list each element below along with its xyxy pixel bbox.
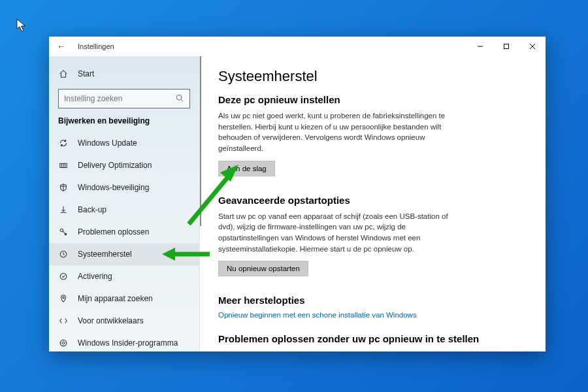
window-title: Instellingen xyxy=(78,42,467,50)
section-3: Problemen oplossen zonder uw pc opnieuw … xyxy=(218,333,527,344)
section-link[interactable]: Opnieuw beginnen met een schone installa… xyxy=(218,311,527,319)
troubleshoot-icon xyxy=(58,227,69,237)
back-button[interactable]: ← xyxy=(57,41,66,52)
sidebar-item-label: Voor ontwikkelaars xyxy=(78,316,144,325)
sidebar-item-troubleshoot[interactable]: Problemen oplossen xyxy=(49,221,199,243)
minimize-button[interactable] xyxy=(467,37,493,56)
svg-line-5 xyxy=(182,99,184,101)
delivery-icon xyxy=(58,160,69,171)
content-pane[interactable]: Systeemherstel Deze pc opnieuw instellen… xyxy=(199,56,546,351)
section-button-1[interactable]: Nu opnieuw opstarten xyxy=(218,261,308,276)
sidebar-item-label: Activering xyxy=(78,272,112,281)
sidebar-item-label: Back-up xyxy=(78,205,106,214)
maximize-button[interactable] xyxy=(493,37,519,56)
dev-icon xyxy=(58,316,69,326)
svg-marker-17 xyxy=(220,165,238,182)
svg-marker-15 xyxy=(162,248,175,261)
sidebar-item-label: Systeemherstel xyxy=(78,250,132,259)
find-icon xyxy=(58,293,69,304)
sync-icon xyxy=(58,138,69,148)
search-icon xyxy=(175,93,184,105)
section-0: Deze pc opnieuw instellenAls uw pc niet … xyxy=(218,94,527,191)
section-2: Meer hersteloptiesOpnieuw beginnen met e… xyxy=(218,295,527,319)
svg-point-11 xyxy=(63,297,65,299)
sidebar-item-label: Windows-beveiliging xyxy=(78,183,149,192)
svg-point-12 xyxy=(60,340,67,346)
page-title: Systeemherstel xyxy=(218,68,527,85)
section-body: Als uw pc niet goed werkt, kunt u prober… xyxy=(218,110,453,154)
shield-icon xyxy=(58,182,69,193)
sidebar-home-label: Start xyxy=(78,69,94,78)
sidebar-item-sync[interactable]: Windows Update xyxy=(49,132,199,154)
sidebar-item-label: Windows Insider-programma xyxy=(78,338,178,348)
svg-point-10 xyxy=(60,273,67,280)
sidebar-item-label: Mijn apparaat zoeken xyxy=(78,294,153,303)
home-icon xyxy=(58,69,69,79)
backup-icon xyxy=(58,204,69,215)
sidebar-item-delivery[interactable]: Delivery Optimization xyxy=(49,154,199,176)
sidebar-item-activation[interactable]: Activering xyxy=(49,265,199,287)
sidebar-heading: Bijwerken en beveiliging xyxy=(49,115,199,132)
section-heading: Meer herstelopties xyxy=(218,295,527,306)
sidebar-item-shield[interactable]: Windows-beveiliging xyxy=(49,176,199,199)
svg-point-4 xyxy=(176,95,182,100)
svg-rect-1 xyxy=(504,44,509,48)
sidebar-item-label: Delivery Optimization xyxy=(78,161,152,170)
sidebar: Start Bijwerken en beveiliging Windows U… xyxy=(49,56,199,351)
section-1: Geavanceerde opstartoptiesStart uw pc op… xyxy=(218,195,527,291)
sidebar-item-label: Windows Update xyxy=(78,139,137,148)
titlebar: ← Instellingen xyxy=(49,37,546,56)
sidebar-item-find[interactable]: Mijn apparaat zoeken xyxy=(49,287,199,310)
section-heading: Geavanceerde opstartopties xyxy=(218,195,527,206)
sidebar-home[interactable]: Start xyxy=(49,63,199,85)
svg-point-13 xyxy=(62,342,65,344)
annotation-arrow-1 xyxy=(162,246,211,263)
svg-line-16 xyxy=(189,174,231,224)
recovery-icon xyxy=(58,249,69,259)
insider-icon xyxy=(58,338,69,348)
search-field[interactable] xyxy=(64,94,175,103)
sidebar-item-label: Problemen oplossen xyxy=(78,227,149,237)
annotation-arrow-2 xyxy=(181,162,240,227)
sidebar-item-insider[interactable]: Windows Insider-programma xyxy=(49,332,199,351)
svg-point-7 xyxy=(60,229,63,231)
activation-icon xyxy=(58,271,69,282)
sidebar-item-backup[interactable]: Back-up xyxy=(49,199,199,221)
section-heading: Deze pc opnieuw instellen xyxy=(218,94,527,105)
search-input[interactable] xyxy=(58,89,190,108)
section-body: Start uw pc op vanaf een apparaat of sch… xyxy=(218,211,453,255)
mouse-cursor-icon xyxy=(16,18,28,33)
section-heading: Problemen oplossen zonder uw pc opnieuw … xyxy=(218,333,527,344)
close-button[interactable] xyxy=(519,37,546,56)
sidebar-item-dev[interactable]: Voor ontwikkelaars xyxy=(49,310,199,332)
settings-window: ← Instellingen Start Bijwerken en beveil… xyxy=(49,37,546,351)
